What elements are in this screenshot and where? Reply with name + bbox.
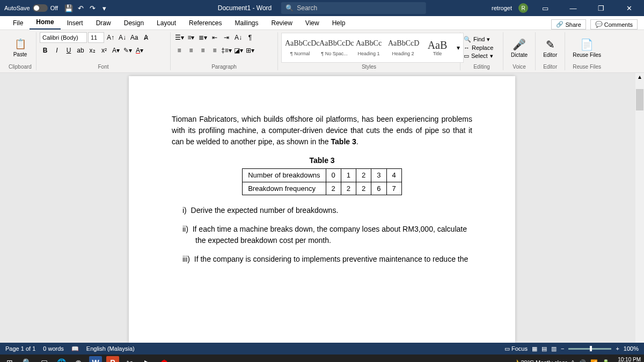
numbering-icon[interactable]: ≡▾ <box>186 32 196 43</box>
superscript-button[interactable]: x² <box>99 45 109 56</box>
read-mode-icon[interactable]: ▦ <box>532 345 537 352</box>
chrome-icon[interactable]: ◉ <box>72 356 85 362</box>
language-indicator[interactable]: English (Malaysia) <box>86 345 135 352</box>
strikethrough-button[interactable]: ab <box>75 45 86 56</box>
edge-icon[interactable]: 🌐 <box>55 356 68 362</box>
text-effects-icon[interactable]: A▾ <box>111 45 121 56</box>
style-nospacing[interactable]: AaBbCcDc¶ No Spac... <box>319 39 349 56</box>
powerpoint-icon[interactable]: P <box>106 356 119 362</box>
tab-insert[interactable]: Insert <box>61 17 90 29</box>
align-right-icon[interactable]: ≡ <box>197 45 208 56</box>
subscript-button[interactable]: x₂ <box>87 45 98 56</box>
align-left-icon[interactable]: ≡ <box>174 45 185 56</box>
spellcheck-icon[interactable]: 📖 <box>71 345 79 352</box>
media-icon[interactable]: ▶ <box>141 356 153 362</box>
align-center-icon[interactable]: ≡ <box>186 45 196 56</box>
style-title[interactable]: AaBTitle <box>422 39 452 56</box>
save-icon[interactable]: 💾 <box>64 4 73 12</box>
replace-button[interactable]: ↔ Replace <box>464 45 493 51</box>
close-icon[interactable]: ✕ <box>618 4 640 12</box>
zoom-in-icon[interactable]: + <box>616 345 619 352</box>
page-indicator[interactable]: Page 1 of 1 <box>5 345 35 352</box>
style-normal[interactable]: AaBbCcDc¶ Normal <box>285 39 315 56</box>
search-box[interactable]: 🔍 Search <box>281 2 426 14</box>
bold-button[interactable]: B <box>40 45 50 56</box>
paste-icon[interactable]: 📋 <box>14 38 26 50</box>
tab-mailings[interactable]: Mailings <box>228 17 265 29</box>
bullets-icon[interactable]: ☰▾ <box>174 32 185 43</box>
shading-icon[interactable]: ◪▾ <box>233 45 244 56</box>
decrease-indent-icon[interactable]: ⇤ <box>209 32 220 43</box>
taskview-icon[interactable]: ▢ <box>38 356 50 362</box>
scroll-up-icon[interactable]: ▴ <box>635 73 644 80</box>
tab-references[interactable]: References <box>182 17 228 29</box>
highlight-icon[interactable]: ✎▾ <box>122 45 133 56</box>
find-button[interactable]: 🔍 Find ▾ <box>464 36 493 43</box>
select-button[interactable]: ▭ Select ▾ <box>464 53 493 60</box>
grow-font-icon[interactable]: A↑ <box>105 32 116 43</box>
italic-button[interactable]: I <box>52 45 62 56</box>
underline-button[interactable]: U <box>63 45 74 56</box>
style-heading1[interactable]: AaBbCcHeading 1 <box>354 39 384 56</box>
tab-draw[interactable]: Draw <box>90 17 118 29</box>
line-spacing-icon[interactable]: ‡≡▾ <box>221 45 232 56</box>
clear-format-icon[interactable]: A̷ <box>141 32 151 43</box>
snip-icon[interactable]: ✂ <box>123 356 136 362</box>
scroll-thumb[interactable] <box>636 89 643 110</box>
reuse-files-button[interactable]: 📄Reuse Files <box>568 35 605 60</box>
shrink-font-icon[interactable]: A↓ <box>117 32 128 43</box>
toggle-switch-icon[interactable] <box>33 4 48 12</box>
tab-file[interactable]: File <box>6 17 30 29</box>
zoom-out-icon[interactable]: − <box>561 345 564 352</box>
sort-icon[interactable]: A↓ <box>233 32 244 43</box>
page-canvas[interactable]: Tioman Fabricators, which builds offshor… <box>129 76 515 343</box>
undo-icon[interactable]: ↶ <box>76 4 85 12</box>
font-size-select[interactable] <box>88 32 104 43</box>
multilevel-icon[interactable]: ≣▾ <box>197 32 208 43</box>
start-icon[interactable]: ⊞ <box>3 356 16 362</box>
autosave-toggle[interactable]: AutoSave Off <box>4 4 58 12</box>
maximize-icon[interactable]: ❐ <box>590 4 612 12</box>
word-icon[interactable]: W <box>89 356 102 362</box>
word-count[interactable]: 0 words <box>43 345 64 352</box>
tray-chevron-icon[interactable]: ^ <box>572 359 574 362</box>
zoom-slider[interactable] <box>568 348 611 350</box>
redo-icon[interactable]: ↷ <box>88 4 97 12</box>
tab-layout[interactable]: Layout <box>150 17 182 29</box>
acrobat-icon[interactable]: ⬢ <box>158 356 171 362</box>
focus-mode-button[interactable]: ▭ Focus <box>504 345 528 352</box>
comments-button[interactable]: 💬 Comments <box>590 19 638 29</box>
weather-widget[interactable]: 🌙 29°C Mostly clear <box>511 359 567 363</box>
change-case-icon[interactable]: Aa <box>129 32 140 43</box>
tab-help[interactable]: Help <box>326 17 352 29</box>
print-layout-icon[interactable]: ▤ <box>541 345 547 352</box>
justify-icon[interactable]: ≡ <box>209 45 220 56</box>
style-heading2[interactable]: AaBbCcDHeading 2 <box>388 39 418 56</box>
ribbon-options-icon[interactable]: ▭ <box>535 4 556 12</box>
tab-design[interactable]: Design <box>118 17 150 29</box>
search-taskbar-icon[interactable]: 🔍 <box>20 356 33 362</box>
tab-view[interactable]: View <box>299 17 326 29</box>
web-layout-icon[interactable]: ▥ <box>551 345 557 352</box>
styles-gallery[interactable]: AaBbCcDc¶ Normal AaBbCcDc¶ No Spac... Aa… <box>281 33 464 63</box>
clock[interactable]: 10:10 PM 23/06/2021 <box>614 357 641 362</box>
borders-icon[interactable]: ⊞▾ <box>245 45 255 56</box>
font-name-select[interactable] <box>40 32 87 43</box>
minimize-icon[interactable]: — <box>562 4 584 12</box>
customize-qat-icon[interactable]: ▾ <box>100 4 108 12</box>
show-marks-icon[interactable]: ¶ <box>245 32 255 43</box>
share-button[interactable]: 🔗 Share <box>551 19 586 29</box>
dictate-button[interactable]: 🎤Dictate <box>507 35 532 60</box>
tab-review[interactable]: Review <box>265 17 299 29</box>
tab-home[interactable]: Home <box>30 16 60 29</box>
font-color-icon[interactable]: A▾ <box>134 45 145 56</box>
user-avatar[interactable]: R <box>518 3 528 13</box>
styles-more-icon[interactable]: ▾ <box>457 44 460 51</box>
zoom-level[interactable]: 100% <box>624 345 639 352</box>
sound-icon[interactable]: 🔊 <box>579 359 586 363</box>
battery-icon[interactable]: 🔋 <box>602 359 610 363</box>
editor-button[interactable]: ✎Editor <box>539 35 561 60</box>
increase-indent-icon[interactable]: ⇥ <box>221 32 232 43</box>
wifi-icon[interactable]: 📶 <box>590 359 598 363</box>
vertical-scrollbar[interactable]: ▴ <box>635 73 644 343</box>
